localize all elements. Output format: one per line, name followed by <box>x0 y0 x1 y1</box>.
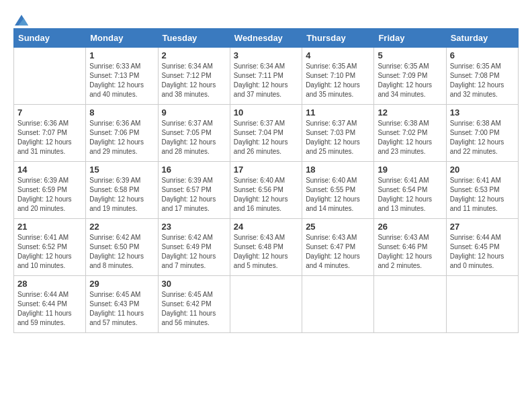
day-number: 12 <box>378 107 442 118</box>
day-info: Sunrise: 6:37 AM Sunset: 7:03 PM Dayligh… <box>306 119 370 156</box>
day-info: Sunrise: 6:36 AM Sunset: 7:06 PM Dayligh… <box>89 119 154 156</box>
calendar-header-row: SundayMondayTuesdayWednesdayThursdayFrid… <box>14 29 519 48</box>
day-info: Sunrise: 6:43 AM Sunset: 6:47 PM Dayligh… <box>306 233 370 271</box>
day-number: 22 <box>89 222 154 232</box>
day-number: 15 <box>89 165 154 175</box>
calendar-day-header: Monday <box>86 29 158 48</box>
calendar-day-header: Saturday <box>446 29 518 48</box>
calendar-week-row: 1Sunrise: 6:33 AM Sunset: 7:13 PM Daylig… <box>14 48 519 105</box>
day-number: 16 <box>162 165 226 175</box>
calendar-cell: 17Sunrise: 6:40 AM Sunset: 6:56 PM Dayli… <box>230 162 302 219</box>
day-info: Sunrise: 6:43 AM Sunset: 6:48 PM Dayligh… <box>234 233 298 271</box>
calendar-cell <box>446 276 518 333</box>
calendar-week-row: 21Sunrise: 6:41 AM Sunset: 6:52 PM Dayli… <box>14 219 519 276</box>
day-number: 20 <box>450 165 515 175</box>
day-number: 18 <box>306 165 370 175</box>
calendar-cell: 22Sunrise: 6:42 AM Sunset: 6:50 PM Dayli… <box>86 219 158 276</box>
day-info: Sunrise: 6:40 AM Sunset: 6:55 PM Dayligh… <box>306 176 370 214</box>
calendar-cell: 18Sunrise: 6:40 AM Sunset: 6:55 PM Dayli… <box>302 162 374 219</box>
day-number: 5 <box>378 50 442 60</box>
day-info: Sunrise: 6:37 AM Sunset: 7:04 PM Dayligh… <box>234 119 298 156</box>
day-info: Sunrise: 6:43 AM Sunset: 6:46 PM Dayligh… <box>378 233 442 271</box>
day-info: Sunrise: 6:37 AM Sunset: 7:05 PM Dayligh… <box>162 119 226 156</box>
day-number: 26 <box>378 222 442 232</box>
calendar-cell: 12Sunrise: 6:38 AM Sunset: 7:02 PM Dayli… <box>374 105 446 162</box>
day-info: Sunrise: 6:35 AM Sunset: 7:09 PM Dayligh… <box>378 62 442 99</box>
day-info: Sunrise: 6:42 AM Sunset: 6:50 PM Dayligh… <box>89 233 154 271</box>
calendar-cell: 8Sunrise: 6:36 AM Sunset: 7:06 PM Daylig… <box>86 105 158 162</box>
day-info: Sunrise: 6:36 AM Sunset: 7:07 PM Dayligh… <box>17 119 82 156</box>
day-info: Sunrise: 6:35 AM Sunset: 7:10 PM Dayligh… <box>306 62 370 99</box>
calendar-cell: 2Sunrise: 6:34 AM Sunset: 7:12 PM Daylig… <box>158 48 230 105</box>
calendar: SundayMondayTuesdayWednesdayThursdayFrid… <box>13 28 519 333</box>
calendar-cell: 14Sunrise: 6:39 AM Sunset: 6:59 PM Dayli… <box>14 162 86 219</box>
calendar-week-row: 14Sunrise: 6:39 AM Sunset: 6:59 PM Dayli… <box>14 162 519 219</box>
calendar-cell <box>302 276 374 333</box>
day-info: Sunrise: 6:34 AM Sunset: 7:11 PM Dayligh… <box>234 62 298 99</box>
calendar-cell: 6Sunrise: 6:35 AM Sunset: 7:08 PM Daylig… <box>446 48 518 105</box>
calendar-cell: 23Sunrise: 6:42 AM Sunset: 6:49 PM Dayli… <box>158 219 230 276</box>
day-number: 23 <box>162 222 226 232</box>
day-info: Sunrise: 6:44 AM Sunset: 6:44 PM Dayligh… <box>17 290 82 328</box>
day-info: Sunrise: 6:35 AM Sunset: 7:08 PM Dayligh… <box>450 62 515 99</box>
calendar-cell <box>14 48 86 105</box>
calendar-cell: 28Sunrise: 6:44 AM Sunset: 6:44 PM Dayli… <box>14 276 86 333</box>
day-number: 9 <box>162 107 226 118</box>
calendar-cell: 21Sunrise: 6:41 AM Sunset: 6:52 PM Dayli… <box>14 219 86 276</box>
day-number: 11 <box>306 107 370 118</box>
day-number: 10 <box>234 107 298 118</box>
day-info: Sunrise: 6:44 AM Sunset: 6:45 PM Dayligh… <box>450 233 515 271</box>
day-number: 1 <box>89 50 154 60</box>
calendar-day-header: Wednesday <box>230 29 302 48</box>
day-info: Sunrise: 6:45 AM Sunset: 6:42 PM Dayligh… <box>162 290 226 328</box>
day-info: Sunrise: 6:41 AM Sunset: 6:53 PM Dayligh… <box>450 176 515 214</box>
calendar-cell: 11Sunrise: 6:37 AM Sunset: 7:03 PM Dayli… <box>302 105 374 162</box>
day-info: Sunrise: 6:45 AM Sunset: 6:43 PM Dayligh… <box>89 290 154 328</box>
calendar-cell: 26Sunrise: 6:43 AM Sunset: 6:46 PM Dayli… <box>374 219 446 276</box>
calendar-cell: 15Sunrise: 6:39 AM Sunset: 6:58 PM Dayli… <box>86 162 158 219</box>
calendar-cell: 10Sunrise: 6:37 AM Sunset: 7:04 PM Dayli… <box>230 105 302 162</box>
day-number: 4 <box>306 50 370 60</box>
calendar-cell: 19Sunrise: 6:41 AM Sunset: 6:54 PM Dayli… <box>374 162 446 219</box>
day-number: 13 <box>450 107 515 118</box>
day-info: Sunrise: 6:39 AM Sunset: 6:59 PM Dayligh… <box>17 176 82 214</box>
calendar-cell: 5Sunrise: 6:35 AM Sunset: 7:09 PM Daylig… <box>374 48 446 105</box>
calendar-cell: 30Sunrise: 6:45 AM Sunset: 6:42 PM Dayli… <box>158 276 230 333</box>
calendar-cell: 16Sunrise: 6:39 AM Sunset: 6:57 PM Dayli… <box>158 162 230 219</box>
calendar-day-header: Friday <box>374 29 446 48</box>
day-info: Sunrise: 6:34 AM Sunset: 7:12 PM Dayligh… <box>162 62 226 99</box>
day-info: Sunrise: 6:33 AM Sunset: 7:13 PM Dayligh… <box>89 62 154 99</box>
calendar-week-row: 28Sunrise: 6:44 AM Sunset: 6:44 PM Dayli… <box>14 276 519 333</box>
day-info: Sunrise: 6:40 AM Sunset: 6:56 PM Dayligh… <box>234 176 298 214</box>
day-info: Sunrise: 6:41 AM Sunset: 6:52 PM Dayligh… <box>17 233 82 271</box>
day-number: 30 <box>162 279 226 289</box>
calendar-cell <box>374 276 446 333</box>
day-info: Sunrise: 6:41 AM Sunset: 6:54 PM Dayligh… <box>378 176 442 214</box>
calendar-cell: 29Sunrise: 6:45 AM Sunset: 6:43 PM Dayli… <box>86 276 158 333</box>
day-number: 3 <box>234 50 298 60</box>
calendar-cell: 13Sunrise: 6:38 AM Sunset: 7:00 PM Dayli… <box>446 105 518 162</box>
calendar-cell: 9Sunrise: 6:37 AM Sunset: 7:05 PM Daylig… <box>158 105 230 162</box>
calendar-cell: 4Sunrise: 6:35 AM Sunset: 7:10 PM Daylig… <box>302 48 374 105</box>
day-number: 21 <box>17 222 82 232</box>
day-info: Sunrise: 6:39 AM Sunset: 6:58 PM Dayligh… <box>89 176 154 214</box>
calendar-day-header: Tuesday <box>158 29 230 48</box>
logo-icon <box>15 13 28 27</box>
day-info: Sunrise: 6:38 AM Sunset: 7:02 PM Dayligh… <box>378 119 442 156</box>
calendar-cell: 27Sunrise: 6:44 AM Sunset: 6:45 PM Dayli… <box>446 219 518 276</box>
calendar-day-header: Sunday <box>14 29 86 48</box>
day-number: 27 <box>450 222 515 232</box>
day-number: 14 <box>17 165 82 175</box>
day-info: Sunrise: 6:38 AM Sunset: 7:00 PM Dayligh… <box>450 119 515 156</box>
page-header <box>13 13 519 21</box>
day-info: Sunrise: 6:39 AM Sunset: 6:57 PM Dayligh… <box>162 176 226 214</box>
day-number: 2 <box>162 50 226 60</box>
day-number: 29 <box>89 279 154 289</box>
calendar-week-row: 7Sunrise: 6:36 AM Sunset: 7:07 PM Daylig… <box>14 105 519 162</box>
day-number: 24 <box>234 222 298 232</box>
calendar-day-header: Thursday <box>302 29 374 48</box>
calendar-cell: 25Sunrise: 6:43 AM Sunset: 6:47 PM Dayli… <box>302 219 374 276</box>
day-number: 17 <box>234 165 298 175</box>
day-number: 19 <box>378 165 442 175</box>
calendar-cell <box>230 276 302 333</box>
